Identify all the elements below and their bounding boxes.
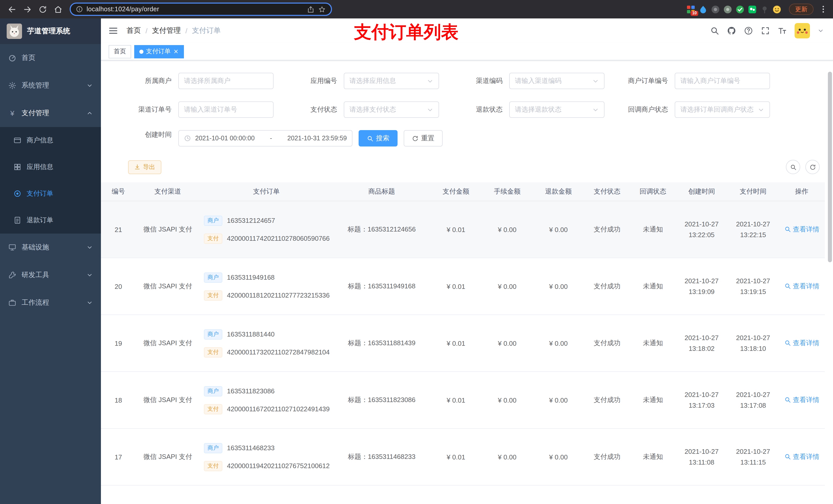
- app-select[interactable]: 请选择应用信息: [344, 73, 439, 89]
- channel-code-select[interactable]: 请输入渠道编码: [509, 73, 604, 89]
- sidebar-item-app-info[interactable]: 应用信息: [0, 154, 101, 180]
- col-header: 编号: [101, 182, 136, 201]
- channel-order-no-input[interactable]: 请输入渠道订单号: [178, 101, 273, 118]
- search-icon: [367, 135, 374, 142]
- pay-status: 支付成功: [594, 282, 620, 290]
- pay-time: 2021-10-2713:17:08: [728, 389, 779, 411]
- card-icon: [13, 136, 22, 144]
- briefcase-icon: [8, 298, 16, 307]
- create-time: 2021-10-2713:17:03: [676, 389, 728, 411]
- create-time: 2021-10-2713:11:08: [676, 446, 728, 467]
- bookmark-star-icon[interactable]: [318, 5, 326, 13]
- sidebar-item-refund-order[interactable]: 退款订单: [0, 207, 101, 234]
- chevron-down-icon: [592, 78, 599, 84]
- extension-face-icon[interactable]: [771, 4, 782, 14]
- refresh-icon: [809, 164, 816, 170]
- table-row: 18 微信 JSAPI 支付 商户 1635311823086 支付 42000…: [101, 372, 825, 429]
- col-header: 商品标题: [333, 182, 430, 201]
- sidebar-item-workflow[interactable]: 工作流程: [0, 289, 101, 316]
- close-icon[interactable]: [173, 49, 179, 54]
- browser-home-button[interactable]: [51, 3, 65, 16]
- order-table: 编号 支付渠道 支付订单 商品标题 支付金额 手续金额 退款金额 支付状态 回调…: [101, 182, 833, 504]
- browser-update-button[interactable]: 更新: [789, 4, 813, 15]
- order-id: 20: [115, 283, 122, 290]
- merchant-order-no-input[interactable]: 请输入商户订单编号: [675, 73, 770, 89]
- pay-tag: 支付: [204, 461, 222, 471]
- merchant-tag: 商户: [204, 443, 222, 453]
- extension-drop-icon[interactable]: [698, 4, 708, 14]
- hamburger-icon[interactable]: [108, 26, 118, 36]
- view-detail-link[interactable]: 查看详情: [784, 452, 819, 461]
- view-detail-label: 查看详情: [793, 395, 819, 405]
- col-header: 支付状态: [584, 182, 630, 201]
- placeholder-text: 请选择应用信息: [349, 76, 427, 86]
- order-id: 17: [115, 453, 122, 461]
- goods-title: 标题：1635311823086: [348, 396, 415, 404]
- breadcrumb-section[interactable]: 支付管理: [152, 26, 181, 35]
- view-detail-link[interactable]: 查看详情: [784, 282, 819, 291]
- browser-forward-button[interactable]: [21, 3, 34, 16]
- scrollbar-thumb[interactable]: [828, 72, 832, 262]
- extension-check-icon[interactable]: [735, 4, 745, 14]
- extension-circle-dark-icon[interactable]: [710, 4, 720, 14]
- search-button[interactable]: 搜索: [359, 130, 398, 146]
- notify-status-select[interactable]: 请选择订单回调商户状态: [675, 101, 770, 118]
- reset-button[interactable]: 重置: [404, 130, 443, 146]
- user-avatar[interactable]: [794, 23, 810, 39]
- tab-home[interactable]: 首页: [109, 45, 131, 58]
- sidebar-item-pay-order[interactable]: 支付订单: [0, 180, 101, 207]
- create-time-range-picker[interactable]: 2021-10-01 00:00:00 - 2021-10-31 23:59:5…: [178, 130, 353, 146]
- placeholder-text: 请输入渠道编码: [515, 76, 592, 86]
- sidebar-item-merchant-info[interactable]: 商户信息: [0, 127, 101, 154]
- sidebar-item-infra[interactable]: 基础设施: [0, 234, 101, 261]
- tab-pay-order[interactable]: 支付订单: [134, 45, 184, 58]
- search-icon[interactable]: [710, 26, 719, 35]
- sidebar-item-payment[interactable]: ¥ 支付管理: [0, 99, 101, 127]
- extension-circle-gray-icon[interactable]: [722, 4, 733, 14]
- site-info-icon[interactable]: [76, 6, 83, 13]
- view-detail-label: 查看详情: [793, 282, 819, 291]
- browser-menu-icon[interactable]: [819, 5, 828, 14]
- browser-back-button[interactable]: [5, 3, 19, 16]
- sidebar-item-home[interactable]: 首页: [0, 44, 101, 72]
- extension-grid-icon[interactable]: 10: [686, 4, 696, 14]
- table-row: 21 微信 JSAPI 支付 商户 1635312124657 支付 42000…: [101, 201, 825, 258]
- breadcrumb-home[interactable]: 首页: [126, 26, 141, 35]
- filter-channel-code: 渠道编码 请输入渠道编码: [439, 73, 604, 89]
- view-detail-link[interactable]: 查看详情: [784, 225, 819, 234]
- browser-reload-button[interactable]: [36, 3, 49, 16]
- fullscreen-icon[interactable]: [761, 26, 770, 35]
- sidebar-item-label: 商户信息: [27, 136, 53, 145]
- fee-amount: ¥ 0.00: [498, 225, 516, 233]
- share-icon[interactable]: [307, 5, 314, 13]
- pay-channel: 微信 JSAPI 支付: [143, 396, 192, 404]
- sidebar-item-system[interactable]: 系统管理: [0, 72, 101, 99]
- merchant-tag: 商户: [204, 215, 222, 225]
- toggle-search-button[interactable]: [786, 160, 800, 174]
- order-no-cell: 商户 1635312124657 支付 42000011742021102780…: [200, 215, 333, 243]
- extension-chat-icon[interactable]: [747, 4, 757, 14]
- help-icon[interactable]: [744, 26, 753, 35]
- page-content: 所属商户 请选择所属商户 应用编号 请选择应用信息 渠道编码 请输入渠道编码: [101, 61, 833, 504]
- merchant-select[interactable]: 请选择所属商户: [178, 73, 273, 89]
- notify-status: 未通知: [643, 339, 663, 347]
- pay-status-select[interactable]: 请选择支付状态: [344, 101, 439, 118]
- sidebar-item-dev-tools[interactable]: 研发工具: [0, 261, 101, 289]
- address-bar[interactable]: localhost:1024/pay/order: [70, 3, 332, 16]
- refund-status-select[interactable]: 请选择退款状态: [509, 101, 604, 118]
- view-detail-link[interactable]: 查看详情: [784, 395, 819, 405]
- view-detail-link[interactable]: 查看详情: [784, 339, 819, 348]
- date-range-separator: -: [259, 135, 283, 142]
- avatar-caret-icon[interactable]: [818, 28, 824, 34]
- tab-label: 首页: [114, 47, 126, 56]
- magnifier-icon: [784, 454, 791, 460]
- github-icon[interactable]: [727, 26, 736, 35]
- breadcrumb-current: 支付订单: [192, 26, 221, 35]
- export-button[interactable]: 导出: [128, 160, 161, 174]
- notify-status: 未通知: [643, 453, 663, 460]
- font-size-icon[interactable]: [778, 26, 787, 35]
- refund-amount: ¥ 0.00: [549, 396, 568, 404]
- extension-pin-icon[interactable]: [759, 4, 769, 14]
- breadcrumb: 首页 / 支付管理 / 支付订单: [126, 26, 221, 35]
- refresh-table-button[interactable]: [805, 160, 820, 174]
